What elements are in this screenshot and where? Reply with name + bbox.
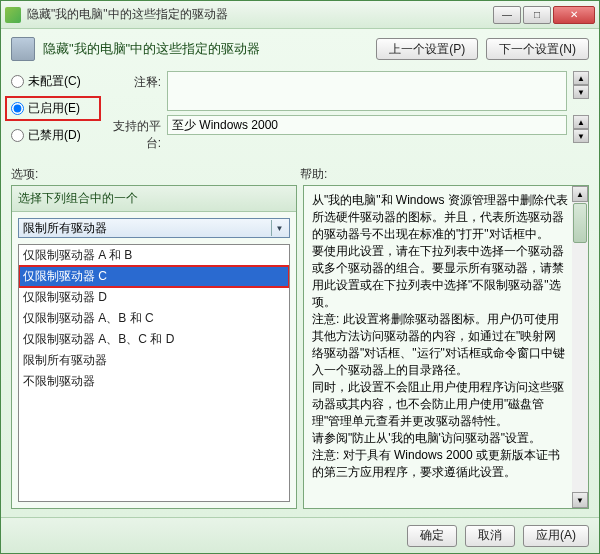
policy-title: 隐藏"我的电脑"中的这些指定的驱动器 (43, 40, 368, 58)
platform-field: 支持的平台: ▲ ▼ (101, 115, 589, 152)
comments-scroll: ▲ ▼ (573, 71, 589, 99)
options-label: 选项: (11, 166, 300, 183)
options-panel: 选择下列组合中的一个 限制所有驱动器 ▼ 仅限制驱动器 A 和 B 仅限制驱动器… (11, 185, 297, 509)
radio-group: 未配置(C) 已启用(E) 已禁用(D) (11, 71, 101, 152)
ok-button[interactable]: 确定 (407, 525, 457, 547)
close-button[interactable]: ✕ (553, 6, 595, 24)
dialog-window: 隐藏"我的电脑"中的这些指定的驱动器 — □ ✕ 隐藏"我的电脑"中的这些指定的… (0, 0, 600, 554)
cancel-button[interactable]: 取消 (465, 525, 515, 547)
help-paragraph: 注意: 对于具有 Windows 2000 或更新版本证书的第三方应用程序，要求… (312, 447, 568, 481)
combo-box[interactable]: 限制所有驱动器 ▼ (18, 218, 290, 238)
prev-setting-button[interactable]: 上一个设置(P) (376, 38, 478, 60)
comments-label: 注释: (101, 71, 161, 91)
scroll-down-icon[interactable]: ▼ (573, 85, 589, 99)
radio-not-configured[interactable]: 未配置(C) (11, 73, 101, 90)
content-area: 隐藏"我的电脑"中的这些指定的驱动器 上一个设置(P) 下一个设置(N) 未配置… (1, 29, 599, 517)
scroll-up-icon[interactable]: ▲ (573, 71, 589, 85)
help-panel: 从"我的电脑"和 Windows 资源管理器中删除代表所选硬件驱动器的图标。并且… (303, 185, 589, 509)
maximize-button[interactable]: □ (523, 6, 551, 24)
options-header: 选择下列组合中的一个 (12, 186, 296, 212)
radio-label: 已禁用(D) (28, 127, 81, 144)
scroll-up-icon[interactable]: ▲ (573, 115, 589, 129)
help-label: 帮助: (300, 166, 589, 183)
list-item[interactable]: 不限制驱动器 (19, 371, 289, 392)
help-paragraph: 从"我的电脑"和 Windows 资源管理器中删除代表所选硬件驱动器的图标。并且… (312, 192, 568, 243)
combo-value: 限制所有驱动器 (23, 220, 107, 237)
minimize-button[interactable]: — (493, 6, 521, 24)
help-paragraph: 同时，此设置不会阻止用户使用程序访问这些驱动器或其内容，也不会防止用户使用"磁盘… (312, 379, 568, 430)
help-text: 从"我的电脑"和 Windows 资源管理器中删除代表所选硬件驱动器的图标。并且… (304, 186, 572, 508)
apply-button[interactable]: 应用(A) (523, 525, 589, 547)
help-scrollbar[interactable]: ▲ ▼ (572, 186, 588, 508)
policy-icon (11, 37, 35, 61)
panels: 选择下列组合中的一个 限制所有驱动器 ▼ 仅限制驱动器 A 和 B 仅限制驱动器… (11, 185, 589, 509)
radio-enabled[interactable]: 已启用(E) (5, 96, 101, 121)
list-item[interactable]: 仅限制驱动器 A 和 B (19, 245, 289, 266)
radio-label: 未配置(C) (28, 73, 81, 90)
window-title: 隐藏"我的电脑"中的这些指定的驱动器 (27, 6, 493, 23)
chevron-down-icon: ▼ (271, 220, 287, 236)
radio-label: 已启用(E) (28, 100, 80, 117)
scroll-up-icon[interactable]: ▲ (572, 186, 588, 202)
radio-disabled[interactable]: 已禁用(D) (11, 127, 101, 144)
list-item[interactable]: 仅限制驱动器 C (19, 266, 289, 287)
list-item[interactable]: 仅限制驱动器 A、B 和 C (19, 308, 289, 329)
help-paragraph: 要使用此设置，请在下拉列表中选择一个驱动器或多个驱动器的组合。要显示所有驱动器，… (312, 243, 568, 311)
config-row: 未配置(C) 已启用(E) 已禁用(D) 注释: ▲ ▼ 支持的平台: (11, 71, 589, 152)
platform-label: 支持的平台: (101, 115, 161, 152)
drive-listbox[interactable]: 仅限制驱动器 A 和 B 仅限制驱动器 C 仅限制驱动器 D 仅限制驱动器 A、… (18, 244, 290, 502)
comments-textarea[interactable] (167, 71, 567, 111)
platform-input (167, 115, 567, 135)
header-row: 隐藏"我的电脑"中的这些指定的驱动器 上一个设置(P) 下一个设置(N) (11, 37, 589, 61)
footer: 确定 取消 应用(A) (1, 517, 599, 553)
scroll-down-icon[interactable]: ▼ (573, 129, 589, 143)
next-setting-button[interactable]: 下一个设置(N) (486, 38, 589, 60)
help-paragraph: 注意: 此设置将删除驱动器图标。用户仍可使用其他方法访问驱动器的内容，如通过在"… (312, 311, 568, 379)
app-icon (5, 7, 21, 23)
help-paragraph: 请参阅"防止从'我的电脑'访问驱动器"设置。 (312, 430, 568, 447)
window-buttons: — □ ✕ (493, 6, 595, 24)
list-item[interactable]: 限制所有驱动器 (19, 350, 289, 371)
titlebar: 隐藏"我的电脑"中的这些指定的驱动器 — □ ✕ (1, 1, 599, 29)
list-item[interactable]: 仅限制驱动器 A、B、C 和 D (19, 329, 289, 350)
platform-scroll: ▲ ▼ (573, 115, 589, 143)
section-labels: 选项: 帮助: (11, 166, 589, 183)
scroll-track[interactable] (572, 202, 588, 492)
comments-field: 注释: ▲ ▼ (101, 71, 589, 111)
scroll-down-icon[interactable]: ▼ (572, 492, 588, 508)
scroll-thumb[interactable] (573, 203, 587, 243)
comments-column: 注释: ▲ ▼ 支持的平台: ▲ ▼ (101, 71, 589, 152)
list-item[interactable]: 仅限制驱动器 D (19, 287, 289, 308)
